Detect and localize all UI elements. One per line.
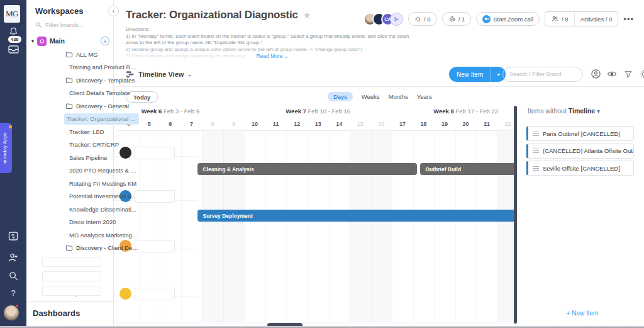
item-accent-bar — [526, 127, 528, 140]
group-label-box[interactable] — [135, 288, 175, 300]
panel-new-item-link[interactable]: + New Item — [521, 310, 644, 317]
hidden-columns-eye-icon[interactable] — [607, 70, 617, 78]
dashboards-divider — [26, 301, 114, 302]
unscheduled-item-card[interactable]: Seville Offsite [CANCELLED] — [526, 161, 634, 176]
group-label-box[interactable] — [135, 147, 175, 159]
add-board-button[interactable]: + — [101, 37, 109, 45]
inbox-tray-icon[interactable] — [0, 44, 26, 54]
drag-handle-icon[interactable] — [533, 149, 539, 153]
sidebar-board-mg-analytics-marketing[interactable]: MG Analytics Marketing... — [69, 229, 138, 240]
filter-boards-input[interactable] — [45, 21, 105, 28]
integrations-counter[interactable]: / 0 — [408, 12, 437, 26]
sidebar-board-rotating-fri-meetings-km[interactable]: Rotating Fri Meetings KM — [69, 178, 138, 189]
grid-column-line — [308, 130, 308, 322]
drag-handle-icon[interactable] — [533, 166, 539, 171]
collapse-panel-button[interactable]: ‹ — [108, 6, 119, 16]
items-without-timeline-title[interactable]: Items without Timeline ▾ — [528, 107, 600, 115]
zoom-tab-months[interactable]: Months — [389, 93, 408, 100]
left-rail: MG 436 monday Apps — [0, 0, 26, 328]
panel-splitter-handle[interactable] — [514, 106, 517, 324]
sidebar-board-knowledge-disseminati[interactable]: Knowledge Disseminati... — [69, 203, 138, 215]
zoom-tab-years[interactable]: Years — [417, 93, 432, 100]
board-search-box[interactable] — [502, 67, 583, 82]
grid-column-line — [413, 130, 414, 322]
sidebar-board-training-and-product-re[interactable]: Training and Product Re... — [69, 62, 138, 73]
read-more-link[interactable]: Read More ⌄ — [256, 53, 289, 60]
workspace-main-row[interactable]: ▾ Main + — [31, 35, 109, 47]
folder-icon — [65, 51, 73, 58]
automations-counter[interactable]: / 1 — [442, 12, 472, 26]
filter-boards-field[interactable] — [35, 21, 105, 28]
day-header-divider — [118, 130, 516, 131]
grid-column-line — [434, 130, 435, 322]
sidebar-board-sales-pipeline[interactable]: Sales Pipeline — [69, 152, 138, 163]
weekend-column — [497, 130, 516, 322]
monday-apps-tab[interactable]: monday Apps — [0, 123, 12, 173]
board-label: Sales Pipeline — [69, 154, 107, 161]
day-number: 17 — [399, 121, 406, 127]
day-number: 8 — [211, 121, 214, 127]
timeline-bar-outbrief-build[interactable]: Outbrief Build — [420, 163, 516, 175]
sidebar-board-client-details-template[interactable]: Client Details Template — [69, 88, 138, 99]
new-item-label: New Item — [449, 71, 491, 78]
dashboards-title[interactable]: Dashboards — [33, 308, 80, 318]
search-icon[interactable] — [0, 271, 26, 281]
sidebar-board-tracker-lbd[interactable]: Tracker: LBD — [69, 126, 138, 137]
timeline-bar-survey-deployment[interactable]: Survey Deployment — [197, 210, 516, 222]
activities-counter[interactable]: Activities / 0 — [575, 12, 618, 26]
panel-title-prefix: Items without — [528, 107, 569, 115]
start-zoom-call-button[interactable]: Start Zoom call — [476, 12, 540, 26]
unscheduled-item-card[interactable]: (CANCELLED) Atlanta Offsite Outbrief — [526, 144, 634, 159]
weekend-column — [371, 130, 392, 322]
sidebar-board-2020-pto-requests-d[interactable]: 2020 PTO Requests & D... — [69, 165, 138, 176]
group-label-box[interactable] — [135, 190, 175, 203]
new-item-button[interactable]: New Item ▼ — [449, 67, 506, 82]
invite-avatar-icon[interactable] — [390, 13, 403, 26]
board-menu-button[interactable]: ••• — [623, 14, 634, 24]
members-count: / 8 — [562, 16, 569, 23]
items-without-timeline-panel: Items without Timeline ▾ Paris Outbrief … — [521, 88, 644, 324]
sidebar-folder-all-mg[interactable]: ALL MG — [65, 48, 138, 60]
sidebar-folder-discovery-templates[interactable]: Discovery - Templates — [65, 74, 138, 86]
weekend-column — [202, 130, 223, 322]
sidebar-board-disco-intern-2020[interactable]: Disco Intern 2020 — [69, 217, 138, 228]
day-number: 10 — [252, 121, 258, 127]
folder-icon — [65, 103, 73, 110]
apps-notification-dot — [9, 125, 12, 128]
sidebar-folder-discovery-general[interactable]: Discovery - General — [65, 100, 138, 111]
timeline-zoom-tabs: DaysWeeksMonthsYears — [328, 92, 432, 101]
panel-title-caret-icon[interactable]: ▾ — [597, 107, 600, 115]
sidebar-board-potential-investments[interactable]: Potential Investments &... — [69, 191, 138, 202]
board-members-avatars[interactable]: CA — [364, 13, 403, 26]
mg-logo[interactable]: MG — [4, 5, 20, 23]
person-filter-icon[interactable] — [591, 69, 601, 79]
filter-funnel-icon[interactable] — [624, 70, 633, 79]
filter-search-icon — [35, 21, 42, 28]
calendar-sync-icon[interactable] — [0, 230, 26, 242]
timeline-bar-cleaning-analysis[interactable]: Cleaning & Analysis — [197, 163, 417, 175]
workspace-caret-icon[interactable]: ▾ — [31, 38, 34, 44]
favorite-star-icon[interactable]: ★ — [303, 10, 311, 20]
view-toolbar: Timeline View ⌄ New Item ▼ — [114, 67, 644, 86]
group-color-circle[interactable] — [119, 288, 131, 300]
directions-line: arrow to the left of the group name. Hit… — [126, 40, 415, 47]
invite-member-icon[interactable] — [0, 252, 26, 263]
zoom-tab-days[interactable]: Days — [328, 92, 353, 101]
board-label: Knowledge Disseminati... — [69, 206, 136, 213]
grid-column-line — [286, 130, 287, 322]
unscheduled-item-card[interactable]: Paris Outbrief [CANCELLED] — [526, 126, 634, 141]
sidebar-folder-discovery-client-details[interactable]: Discovery - Client Details — [65, 242, 138, 254]
board-search-input[interactable] — [509, 71, 576, 77]
drag-handle-icon[interactable] — [533, 132, 539, 136]
board-title[interactable]: Tracker: Organizational Diagnostic — [126, 9, 298, 21]
sidebar-board-tracker-crt-crp[interactable]: Tracker: CRT/CRP — [69, 139, 138, 150]
members-counter[interactable]: / 8 — [545, 12, 574, 26]
help-icon[interactable]: ? — [0, 288, 26, 298]
settings-gear-icon[interactable] — [639, 69, 644, 79]
sidebar-board-tracker-organizational[interactable]: Tracker: Organizational ... — [64, 113, 139, 125]
board-label: Discovery - General — [76, 103, 129, 110]
zoom-tab-weeks[interactable]: Weeks — [362, 93, 380, 100]
group-label-box[interactable] — [135, 240, 175, 252]
board-label: Rotating Fri Meetings KM — [69, 180, 136, 187]
day-number: 12 — [294, 121, 300, 127]
